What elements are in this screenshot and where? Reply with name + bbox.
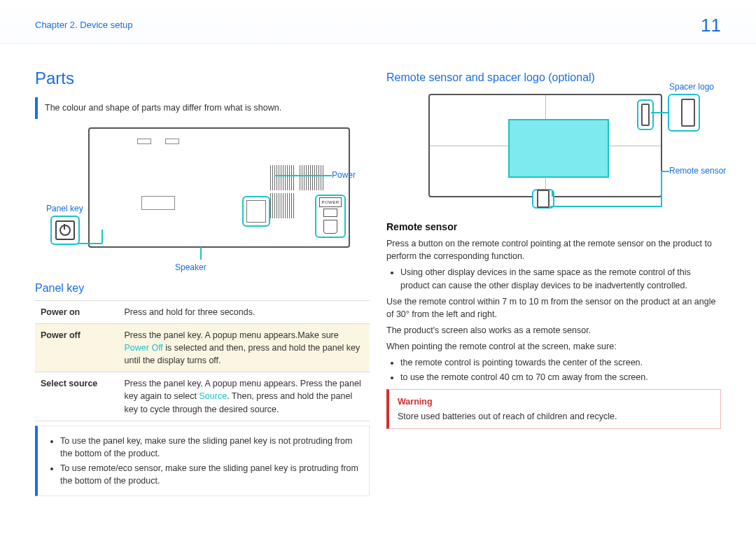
list-item: To use the panel key, make sure the slid… <box>60 435 359 460</box>
panel-key-info-box: To use the panel key, make sure the slid… <box>35 426 370 497</box>
page-header: Chapter 2. Device setup 11 <box>0 0 756 44</box>
rs-bullet-warning: Using other display devices in the same … <box>400 266 721 291</box>
parts-disclaimer: The colour and shape of parts may differ… <box>35 97 370 118</box>
remote-sensor-module-side <box>637 99 654 130</box>
panel-key-heading: Panel key <box>35 280 370 296</box>
speaker-highlight <box>242 196 270 227</box>
parts-diagram: POWER Panel key Speaker Power <box>35 125 371 272</box>
row-name: Power on <box>35 300 119 323</box>
chapter-title: Chapter 2. Device setup <box>35 19 132 32</box>
screen-sensor-area <box>508 119 609 178</box>
warning-text: Store used batteries out of reach of chi… <box>398 410 712 423</box>
label-power: Power <box>332 169 356 181</box>
remote-sensor-diagram: Spacer logo Remote sensor <box>386 90 722 214</box>
panel-key-highlight <box>50 216 80 245</box>
rs-paragraph-1: Press a button on the remote control poi… <box>386 237 721 262</box>
row-name: Select source <box>35 372 119 421</box>
device-back-illustration: POWER <box>88 127 350 248</box>
rs-paragraph-2: Use the remote control within 7 m to 10 … <box>386 295 721 321</box>
list-item: to use the remote control 40 cm to 70 cm… <box>400 371 721 384</box>
row-desc: Press the panel key. A popup menu appear… <box>119 372 370 421</box>
list-item: the remote control is pointing towards t… <box>400 356 721 369</box>
row-desc: Press the panel key. A popup menu appear… <box>119 323 370 372</box>
row-desc: Press and hold for three seconds. <box>119 300 370 323</box>
warning-title: Warning <box>398 395 712 408</box>
right-column: Remote sensor and spacer logo (optional) <box>386 57 721 496</box>
document-page: Chapter 2. Device setup 11 Parts The col… <box>0 0 756 534</box>
panel-key-table: Power onPress and hold for three seconds… <box>35 300 370 421</box>
device-front-illustration <box>428 94 662 197</box>
section-title-parts: Parts <box>35 66 370 91</box>
label-panel-key: Panel key <box>46 203 83 215</box>
battery-warning-box: Warning Store used batteries out of reac… <box>386 389 721 428</box>
row-name: Power off <box>35 323 119 372</box>
label-speaker: Speaker <box>175 262 206 274</box>
rs-paragraph-4: When pointing the remote control at the … <box>386 340 721 353</box>
table-row: Power onPress and hold for three seconds… <box>35 300 370 323</box>
table-row: Power offPress the panel key. A popup me… <box>35 323 370 372</box>
power-highlight: POWER <box>315 195 346 238</box>
power-button-label: POWER <box>319 197 342 207</box>
spacer-logo-highlight <box>668 94 700 132</box>
rs-paragraph-3: The product's screen also works as a rem… <box>386 324 721 337</box>
list-item: To use remote/eco sensor, make sure the … <box>60 462 359 487</box>
label-spacer-logo: Spacer logo <box>669 81 714 93</box>
left-column: Parts The colour and shape of parts may … <box>35 57 370 496</box>
table-row: Select sourcePress the panel key. A popu… <box>35 372 370 421</box>
label-remote-sensor: Remote sensor <box>669 165 726 177</box>
remote-sensor-subheading: Remote sensor <box>386 220 721 234</box>
page-number: 11 <box>701 13 721 39</box>
